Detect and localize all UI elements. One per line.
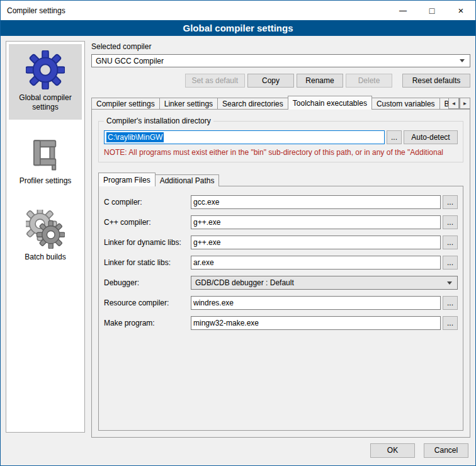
sidebar-item-label: Profiler settings <box>20 176 72 186</box>
cpp-compiler-label: C++ compiler: <box>104 218 191 227</box>
browse-button[interactable]: ... <box>443 316 458 330</box>
main-panel: Selected compiler GNU GCC Compiler Set a… <box>91 41 470 438</box>
resource-compiler-input[interactable] <box>191 296 441 310</box>
dialog-body: Global compiler settings Profiler settin… <box>1 36 475 440</box>
gear-blue-icon <box>26 50 65 89</box>
bin-subdirectory-note: NOTE: All programs must exist either in … <box>104 148 458 157</box>
compiler-settings-dialog: Compiler settings — □ × Global compiler … <box>0 0 476 466</box>
form-row: Linker for static libs: ... <box>104 256 458 270</box>
minimize-button[interactable]: — <box>388 1 417 20</box>
static-linker-label: Linker for static libs: <box>104 258 191 267</box>
browse-button[interactable]: ... <box>443 296 458 310</box>
c-compiler-label: C compiler: <box>104 198 191 207</box>
selected-compiler-label: Selected compiler <box>91 42 470 51</box>
settings-tabs: Compiler settings Linker settings Search… <box>91 96 470 110</box>
dialog-footer: OK Cancel <box>1 440 475 465</box>
program-files-panel: C compiler: ... C++ compiler: ... Linker… <box>98 186 463 431</box>
make-program-label: Make program: <box>104 319 191 327</box>
compiler-actions: Set as default Copy Rename Delete Reset … <box>91 74 470 88</box>
tab-scroll-left-icon[interactable]: ◄ <box>448 98 459 109</box>
settings-sidebar: Global compiler settings Profiler settin… <box>6 41 85 433</box>
autodetect-button[interactable]: Auto-detect <box>404 130 458 144</box>
installation-directory-title: Compiler's installation directory <box>104 116 213 125</box>
tab-linker-settings[interactable]: Linker settings <box>159 98 218 110</box>
subtab-program-files[interactable]: Program Files <box>98 173 156 186</box>
close-button[interactable]: × <box>446 1 475 20</box>
tab-toolchain-executables[interactable]: Toolchain executables <box>288 96 372 110</box>
program-tabs: Program Files Additional Paths <box>98 173 463 186</box>
resource-compiler-label: Resource compiler: <box>104 298 191 307</box>
form-row: Make program: ... <box>104 316 458 330</box>
profiler-clamp-icon <box>27 136 64 173</box>
browse-button[interactable]: ... <box>443 236 458 249</box>
dialog-header: Global compiler settings <box>1 20 475 36</box>
tab-search-directories[interactable]: Search directories <box>217 98 288 110</box>
page-title: Global compiler settings <box>183 23 293 33</box>
form-row: C compiler: ... <box>104 195 458 209</box>
form-row: Resource compiler: ... <box>104 296 458 310</box>
subtab-additional-paths[interactable]: Additional Paths <box>155 174 220 186</box>
window-controls: — □ × <box>388 1 475 20</box>
debugger-select[interactable]: GDB/CDB debugger : Default <box>191 276 458 290</box>
installation-directory-value: C:\raylib\MinGW <box>106 132 164 142</box>
batch-builds-gears-icon <box>26 210 65 249</box>
sidebar-item-label: Batch builds <box>25 253 65 262</box>
sidebar-item-profiler-settings[interactable]: Profiler settings <box>9 130 82 193</box>
delete-button: Delete <box>346 74 392 88</box>
tab-custom-variables[interactable]: Custom variables <box>371 98 440 110</box>
form-row: Linker for dynamic libs: ... <box>104 236 458 249</box>
dynamic-linker-input[interactable] <box>191 236 441 249</box>
make-program-input[interactable] <box>191 316 441 330</box>
sidebar-item-global-compiler-settings[interactable]: Global compiler settings <box>9 44 82 120</box>
rename-button[interactable]: Rename <box>297 74 343 88</box>
toolchain-executables-panel: Compiler's installation directory C:\ray… <box>91 109 470 438</box>
maximize-button[interactable]: □ <box>417 1 446 20</box>
cpp-compiler-input[interactable] <box>191 215 441 229</box>
tab-scrollers: ◄ ► <box>448 98 470 109</box>
titlebar: Compiler settings — □ × <box>1 1 475 20</box>
selected-compiler-value: GNU GCC Compiler <box>96 57 456 65</box>
installation-directory-group: Compiler's installation directory C:\ray… <box>98 121 463 162</box>
installation-directory-input[interactable]: C:\raylib\MinGW <box>104 130 385 144</box>
set-as-default-button: Set as default <box>185 74 245 88</box>
cancel-button[interactable]: Cancel <box>424 443 468 458</box>
form-row: C++ compiler: ... <box>104 215 458 229</box>
debugger-value: GDB/CDB debugger : Default <box>195 278 443 287</box>
tab-scroll-right-icon[interactable]: ► <box>460 98 470 109</box>
sidebar-item-batch-builds[interactable]: Batch builds <box>9 203 82 270</box>
debugger-label: Debugger: <box>104 278 191 287</box>
copy-button[interactable]: Copy <box>247 74 294 88</box>
browse-directory-button[interactable]: ... <box>387 130 402 144</box>
chevron-down-icon <box>460 59 465 62</box>
sidebar-item-label: Global compiler settings <box>10 93 81 112</box>
c-compiler-input[interactable] <box>191 195 441 209</box>
reset-defaults-button[interactable]: Reset defaults <box>402 74 470 88</box>
window-title: Compiler settings <box>1 6 65 15</box>
ok-button[interactable]: OK <box>370 443 415 458</box>
static-linker-input[interactable] <box>191 256 441 270</box>
chevron-down-icon <box>447 281 452 285</box>
browse-button[interactable]: ... <box>443 256 458 270</box>
dynamic-linker-label: Linker for dynamic libs: <box>104 238 191 247</box>
tab-compiler-settings[interactable]: Compiler settings <box>91 98 160 110</box>
browse-button[interactable]: ... <box>443 215 458 229</box>
form-row: Debugger: GDB/CDB debugger : Default <box>104 276 458 290</box>
browse-button[interactable]: ... <box>443 195 458 209</box>
selected-compiler-select[interactable]: GNU GCC Compiler <box>91 54 470 67</box>
installation-directory-row: C:\raylib\MinGW ... Auto-detect <box>104 130 458 144</box>
